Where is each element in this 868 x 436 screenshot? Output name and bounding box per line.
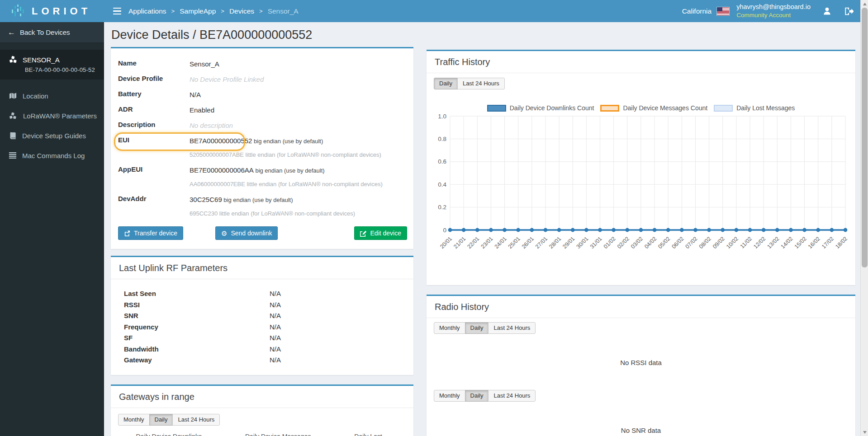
breadcrumb-sampleapp[interactable]: SampleApp [180,7,216,15]
svg-text:22/01: 22/01 [466,235,480,250]
scrollbar-thumb[interactable] [862,8,868,267]
breadcrumb-separator: > [171,8,175,14]
device-field-appeui: AppEUI BE7E0000000006AA big endian (use … [118,165,405,189]
uplink-row-rssi: RSSIN/A [124,300,413,311]
device-details-panel: Name Sensor_A Device Profile No Device P… [111,47,413,249]
svg-text:0.6: 0.6 [438,158,446,165]
send-downlink-button[interactable]: ⚙ Send downlink [215,226,278,240]
uplink-row-sf: SFN/A [124,333,413,344]
top-navbar: LORIOT Applications > SampleApp > Device… [0,0,868,22]
tab-daily[interactable]: Daily [434,78,458,89]
left-sidebar: ← Back To Devices SENSOR_A BE-7A-00-00-0… [0,22,104,436]
uplink-row-frequency: FrequencyN/A [124,322,413,333]
sidebar-device-eui: BE-7A-00-00-00-00-05-52 [25,66,98,73]
field-value: Sensor_A [190,60,219,68]
svg-text:25/01: 25/01 [507,235,522,250]
field-label: Description [118,121,190,130]
breadcrumb-separator: > [259,8,263,14]
logout-icon[interactable] [844,6,854,16]
svg-text:31/01: 31/01 [589,235,603,250]
svg-text:10/02: 10/02 [725,235,740,250]
svg-text:1.0: 1.0 [438,113,446,120]
field-value: No description [190,122,233,129]
field-label: Device Profile [118,75,190,84]
back-label: Back To Devices [20,28,70,36]
gateways-legend-clipped: Daily Device Downlinks CountDaily Device… [111,433,413,436]
last-uplink-panel: Last Uplink RF Parameters Last SeenN/A R… [111,256,413,375]
region-label[interactable]: California [682,7,711,15]
us-flag-icon[interactable] [717,7,729,15]
device-field-adr: ADR Enabled [118,105,405,115]
svg-text:05/02: 05/02 [657,235,671,250]
device-field-description: Description No description [118,121,405,130]
tab-last-24-hours[interactable]: Last 24 Hours [488,390,536,402]
legend-item: Daily Device Messages Count [223,433,326,436]
svg-text:30/01: 30/01 [575,235,589,250]
svg-text:18/02: 18/02 [834,235,849,250]
scrollbar-up-arrow[interactable] [861,0,868,8]
legend-item: Daily Device Downlinks Count [114,433,217,436]
account-type: Community Account [736,11,811,19]
breadcrumb-devices[interactable]: Devices [229,7,254,15]
svg-text:0: 0 [443,227,446,234]
list-icon [9,152,16,159]
legend-item: Daily Lost Messages [332,433,410,436]
tab-monthly[interactable]: Monthly [118,414,150,426]
cubes-icon [9,112,17,120]
svg-text:03/02: 03/02 [630,235,644,250]
tab-monthly[interactable]: Monthly [434,390,465,402]
breadcrumb-applications[interactable]: Applications [128,7,166,15]
traffic-history-title: Traffic History [427,51,855,73]
back-to-devices-button[interactable]: ← Back To Devices [0,22,104,43]
tab-daily[interactable]: Daily [465,390,489,402]
radio-history-title: Radio History [427,296,855,318]
transfer-device-label: Transfer device [134,230,177,237]
field-subvalue: 5205000000007ABE little endian (for LoRa… [190,150,381,159]
brand-name: LORIOT [32,5,91,17]
field-label: DevAddr [118,195,190,218]
last-uplink-title: Last Uplink RF Parameters [111,257,413,279]
field-value: No Device Profile Linked [190,75,264,83]
radio-history-panel: Radio History Monthly Daily Last 24 Hour… [427,295,855,436]
sidebar-device-block[interactable]: SENSOR_A BE-7A-00-00-00-00-05-52 [0,50,104,80]
svg-text:04/02: 04/02 [643,235,658,250]
sidebar-item-device-setup-guides[interactable]: Device Setup Guides [0,126,104,145]
svg-text:16/02: 16/02 [807,235,821,250]
user-email: yhavrysh@thingsboard.io [736,3,811,12]
svg-text:28/01: 28/01 [548,235,562,250]
loriot-logo[interactable]: LORIOT [0,0,104,22]
tab-daily[interactable]: Daily [149,414,173,426]
vertical-scrollbar [860,0,868,436]
field-label: EUI [118,136,190,159]
transfer-device-button[interactable]: Transfer device [118,226,183,240]
sidebar-item-label: LoRaWAN® Parameters [23,112,97,120]
tab-last-24-hours[interactable]: Last 24 Hours [172,414,220,426]
svg-text:21/01: 21/01 [452,235,467,250]
svg-text:24/01: 24/01 [493,235,508,250]
loriot-logo-pixels [11,5,26,18]
sidebar-item-mac-commands-log[interactable]: Mac Commands Log [0,145,104,165]
tab-monthly[interactable]: Monthly [434,322,465,334]
tab-last-24-hours[interactable]: Last 24 Hours [457,78,505,89]
device-field-profile: Device Profile No Device Profile Linked [118,75,405,84]
svg-text:02/02: 02/02 [616,235,631,250]
menu-toggle-icon[interactable] [113,8,122,15]
sidebar-item-label: Device Setup Guides [22,132,86,140]
svg-text:07/02: 07/02 [684,235,699,250]
field-subvalue: 695CC230 little endian (for LoRaWAN® non… [190,209,355,218]
account-info[interactable]: yhavrysh@thingsboard.io Community Accoun… [736,3,811,20]
scrollbar-down-arrow[interactable] [861,428,868,436]
send-downlink-label: Send downlink [231,230,272,237]
rssi-period-tabs: Monthly Daily Last 24 Hours [434,322,536,334]
snr-period-tabs: Monthly Daily Last 24 Hours [434,390,536,402]
sidebar-item-label: Mac Commands Log [22,152,85,159]
edit-device-button[interactable]: Edit device [354,226,407,240]
sidebar-item-location[interactable]: Location [0,86,104,106]
tab-last-24-hours[interactable]: Last 24 Hours [488,322,536,334]
tab-daily[interactable]: Daily [465,322,489,334]
edit-device-label: Edit device [370,230,401,237]
svg-text:27/01: 27/01 [534,235,549,250]
svg-text:12/02: 12/02 [752,235,767,250]
user-profile-icon[interactable] [822,6,832,16]
sidebar-item-lorawan-parameters[interactable]: LoRaWAN® Parameters [0,106,104,126]
